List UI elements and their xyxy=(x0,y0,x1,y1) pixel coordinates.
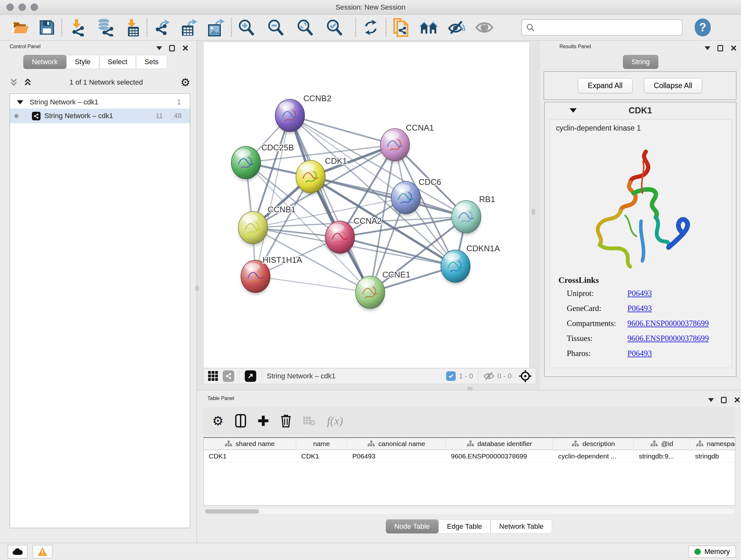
save-session-button[interactable] xyxy=(39,19,55,36)
column-scope-icon xyxy=(696,440,704,447)
fit-content-button[interactable] xyxy=(297,19,313,36)
collapse-all-icon[interactable] xyxy=(10,78,18,86)
network-node-CCNE1[interactable] xyxy=(355,276,385,311)
tab-network[interactable]: Network xyxy=(23,55,66,69)
network-node-CCNB1[interactable] xyxy=(239,211,268,246)
uniprot-link[interactable]: P06493 xyxy=(627,289,732,298)
results-panel-close-icon[interactable]: ✕ xyxy=(730,45,737,51)
open-session-button[interactable] xyxy=(11,19,30,36)
network-node-count: 11 xyxy=(156,112,163,120)
column-scope-icon xyxy=(650,440,658,447)
import-table-button[interactable] xyxy=(124,18,140,37)
network-canvas[interactable]: CCNB2CCNA1CDC25BCDK1CDC6RB1CCNB1CCNA2CDK… xyxy=(203,42,529,368)
network-edge-CCNB2-HIST1H1A[interactable] xyxy=(256,116,290,276)
table-panel-minimize-icon[interactable] xyxy=(708,398,714,402)
network-node-CCNA1[interactable] xyxy=(381,128,410,163)
export-network-button[interactable] xyxy=(154,18,171,37)
column-header[interactable]: description xyxy=(553,438,634,449)
zoom-selected-button[interactable] xyxy=(327,19,342,36)
pharos-link[interactable]: P06493 xyxy=(627,349,732,358)
tab-string[interactable]: String xyxy=(623,55,658,69)
export-table-button[interactable] xyxy=(180,18,198,37)
network-type-icon xyxy=(32,112,41,120)
tissues-link[interactable]: 9606.ENSP00000378699 xyxy=(627,334,732,343)
add-column-icon[interactable] xyxy=(258,415,269,427)
search-input[interactable] xyxy=(538,23,677,32)
share-session-file-button[interactable] xyxy=(393,17,409,37)
control-panel-minimize-icon[interactable] xyxy=(156,46,162,50)
home-networks-button[interactable] xyxy=(419,20,438,35)
network-node-CCNA2[interactable] xyxy=(325,221,354,255)
help-button[interactable]: ? xyxy=(695,18,711,37)
column-header[interactable]: @id xyxy=(634,438,690,449)
table-panel-title: Table Panel xyxy=(207,395,234,401)
expand-all-icon[interactable] xyxy=(23,78,32,86)
results-panel-float-icon[interactable] xyxy=(718,45,723,51)
network-node-CDC6[interactable] xyxy=(391,181,421,216)
network-row[interactable]: String Network – cdk1 11 48 xyxy=(10,109,190,123)
zoom-in-icon xyxy=(239,19,254,36)
protein-section-header[interactable]: CDK1 xyxy=(545,103,736,118)
compartments-link[interactable]: 9606.ENSP00000378699 xyxy=(627,319,732,328)
collapse-all-button[interactable]: Collapse All xyxy=(644,78,702,93)
delete-column-icon[interactable] xyxy=(280,414,291,428)
refresh-button[interactable] xyxy=(362,19,379,36)
tab-network-table[interactable]: Network Table xyxy=(490,519,552,534)
tab-style[interactable]: Style xyxy=(66,55,99,69)
network-node-RB1[interactable] xyxy=(452,200,481,235)
right-splitter-handle[interactable] xyxy=(532,209,535,214)
section-collapse-icon[interactable] xyxy=(569,108,577,113)
network-node-CDC25B[interactable] xyxy=(231,146,261,181)
network-node-CDKN1A[interactable] xyxy=(441,250,470,285)
hidden-eye-slash-icon xyxy=(483,372,494,381)
column-header[interactable]: name xyxy=(296,438,347,449)
results-panel-minimize-icon[interactable] xyxy=(704,46,711,50)
memory-button[interactable]: Memory xyxy=(688,546,736,558)
birdseye-grid-button[interactable] xyxy=(207,370,219,382)
zoom-out-button[interactable] xyxy=(268,19,284,36)
column-header[interactable]: shared name xyxy=(204,438,296,449)
column-header[interactable]: namespace xyxy=(690,438,735,449)
network-edge-HIST1H1A-CCNE1[interactable] xyxy=(256,276,370,293)
control-panel-float-icon[interactable] xyxy=(169,45,175,51)
network-share-button[interactable] xyxy=(223,370,234,382)
collection-expand-icon[interactable] xyxy=(17,100,23,105)
tab-sets[interactable]: Sets xyxy=(136,55,167,69)
genecard-link[interactable]: P06493 xyxy=(627,304,732,313)
protein-detail-body: cyclin-dependent kinase 1 xyxy=(550,119,732,368)
table-panel-float-icon[interactable] xyxy=(721,397,727,403)
show-columns-icon[interactable] xyxy=(235,414,246,428)
table-row[interactable]: CDK1 CDK1 P06493 9606.ENSP00000378699 cy… xyxy=(204,450,735,462)
network-options-gear-icon[interactable]: ⚙ xyxy=(181,77,190,88)
network-node-CDK1[interactable] xyxy=(296,160,325,195)
left-splitter-handle[interactable] xyxy=(195,286,199,291)
network-node-HIST1H1A[interactable] xyxy=(241,260,270,295)
cloud-status-button[interactable] xyxy=(8,545,27,558)
network-node-CCNB2[interactable] xyxy=(275,99,305,134)
warnings-button[interactable] xyxy=(32,545,52,558)
hide-selected-button[interactable] xyxy=(448,19,466,36)
network-edge-CCNB2-CCNE1[interactable] xyxy=(290,116,370,293)
column-header[interactable]: canonical name xyxy=(347,438,446,449)
open-in-window-button[interactable] xyxy=(245,370,256,382)
open-folder-icon xyxy=(11,19,30,36)
zoom-in-button[interactable] xyxy=(239,19,254,36)
network-collection-row[interactable]: String Network – cdk1 1 xyxy=(10,96,190,109)
column-scope-icon xyxy=(467,440,474,447)
tab-node-table[interactable]: Node Table xyxy=(386,519,439,534)
table-horizontal-scrollbar[interactable] xyxy=(203,508,735,515)
column-header[interactable]: database identifier xyxy=(446,438,553,449)
control-panel-close-icon[interactable]: ✕ xyxy=(182,45,189,51)
scrollbar-thumb[interactable] xyxy=(205,509,259,514)
export-image-button[interactable] xyxy=(207,18,225,37)
table-options-gear-icon[interactable]: ⚙ xyxy=(212,415,224,427)
fit-selected-crosshair-icon[interactable] xyxy=(519,369,532,383)
tab-edge-table[interactable]: Edge Table xyxy=(439,519,491,534)
import-network-database-button[interactable] xyxy=(95,18,115,37)
table-panel-close-icon[interactable]: ✕ xyxy=(734,397,741,403)
show-all-button[interactable] xyxy=(475,20,494,35)
control-panel-title: Control Panel xyxy=(10,44,41,50)
tab-select[interactable]: Select xyxy=(99,55,136,69)
import-network-file-button[interactable] xyxy=(69,18,86,37)
expand-all-button[interactable]: Expand All xyxy=(578,78,632,93)
